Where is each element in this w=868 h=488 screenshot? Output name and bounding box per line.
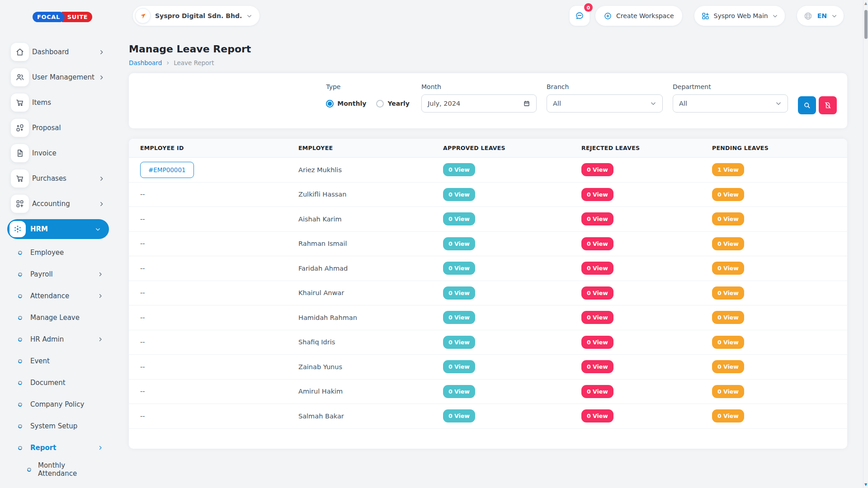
rejected-leaves-badge[interactable]: 0 View [581, 409, 613, 422]
company-name: Syspro Digital Sdn. Bhd. [155, 12, 242, 19]
create-workspace-button[interactable]: Create Workspace [595, 6, 682, 26]
scroll-down-arrow[interactable]: ▼ [863, 483, 868, 487]
approved-leaves-badge[interactable]: 0 View [443, 409, 475, 422]
sidebar-item-label: HRM [30, 225, 48, 233]
approved-leaves-badge[interactable]: 0 View [443, 385, 475, 398]
sidebar-item-report[interactable]: Report [0, 437, 115, 459]
sidebar-item-event[interactable]: Event [0, 350, 115, 372]
approved-leaves-badge[interactable]: 0 View [443, 188, 475, 201]
rejected-leaves-badge[interactable]: 0 View [581, 188, 613, 201]
globe-icon [803, 11, 813, 21]
users-icon [11, 68, 29, 86]
sidebar-item-company-policy[interactable]: Company Policy [0, 394, 115, 415]
sidebar-item-dashboard[interactable]: Dashboard [0, 39, 115, 65]
rejected-leaves-badge[interactable]: 0 View [581, 336, 613, 349]
pending-leaves-badge[interactable]: 0 View [712, 212, 744, 225]
page-title: Manage Leave Report [129, 43, 847, 55]
approved-leaves-badge[interactable]: 0 View [443, 237, 475, 250]
pending-leaves-badge[interactable]: 1 View [712, 163, 744, 176]
workspace-selector[interactable]: Syspro Web Main [694, 6, 785, 26]
rejected-leaves-badge[interactable]: 0 View [581, 311, 613, 324]
language-selector[interactable]: EN [797, 6, 844, 26]
sidebar-item-invoice[interactable]: Invoice [0, 141, 115, 166]
approved-leaves-badge[interactable]: 0 View [443, 336, 475, 349]
employee-id-text: -- [140, 388, 145, 395]
sidebar-item-label: Manage Leave [30, 314, 80, 322]
sidebar-item-monthly-attendance[interactable]: Monthly Attendance [0, 459, 115, 480]
sidebar-item-label: Document [30, 379, 66, 387]
rejected-leaves-badge[interactable]: 0 View [581, 385, 613, 398]
sidebar-item-items[interactable]: Items [0, 90, 115, 115]
column-header: APPROVED LEAVES [443, 145, 581, 151]
chevron-right-icon [98, 293, 103, 299]
sidebar-item-employee[interactable]: Employee [0, 242, 115, 263]
rejected-leaves-badge[interactable]: 0 View [581, 286, 613, 300]
pending-leaves-badge[interactable]: 0 View [712, 336, 744, 349]
radio-monthly[interactable]: Monthly [326, 100, 366, 108]
rejected-leaves-badge[interactable]: 0 View [581, 163, 613, 176]
scroll-up-arrow[interactable]: ▲ [863, 1, 868, 5]
pending-leaves-badge[interactable]: 0 View [712, 262, 744, 275]
scrollbar[interactable]: ▲ ▼ [863, 0, 868, 488]
page-content: Manage Leave Report Dashboard › Leave Re… [115, 32, 868, 449]
sidebar-item-label: Company Policy [30, 400, 84, 408]
sidebar-item-accounting[interactable]: Accounting [0, 191, 115, 216]
scrollbar-thumb[interactable] [864, 10, 868, 39]
plus-circle-icon [604, 12, 612, 20]
branch-select[interactable]: All [547, 94, 663, 113]
sidebar-item-label: Event [30, 357, 50, 365]
pending-leaves-badge[interactable]: 0 View [712, 237, 744, 250]
employee-id-text: -- [140, 413, 145, 420]
type-label: Type [326, 83, 410, 90]
approved-leaves-badge[interactable]: 0 View [443, 212, 475, 225]
breadcrumb-dashboard-link[interactable]: Dashboard [129, 59, 162, 66]
department-label: Department [673, 83, 788, 90]
employee-name: Salmah Bakar [298, 413, 443, 420]
sidebar-item-document[interactable]: Document [0, 372, 115, 394]
messages-button[interactable]: 0 [570, 6, 590, 26]
rejected-leaves-badge[interactable]: 0 View [581, 237, 613, 250]
workspace-name: Syspro Web Main [714, 12, 768, 19]
sidebar-item-hrm[interactable]: HRM [7, 219, 109, 239]
cart-icon [11, 94, 29, 112]
table-row: -- Khairul Anwar 0 View 0 View 0 View [129, 281, 847, 306]
reset-filter-button[interactable] [819, 96, 837, 114]
radio-dot [376, 100, 384, 108]
sidebar-item-hr-admin[interactable]: HR Admin [0, 328, 115, 350]
department-select[interactable]: All [673, 94, 788, 113]
sidebar-item-purchases[interactable]: Purchases [0, 166, 115, 191]
employee-id-button[interactable]: #EMP00001 [140, 162, 194, 178]
sidebar-item-proposal[interactable]: Proposal [0, 115, 115, 141]
chevron-down-icon [831, 13, 837, 19]
sidebar-item-user-management[interactable]: User Management [0, 65, 115, 90]
sidebar-item-system-setup[interactable]: System Setup [0, 415, 115, 437]
approved-leaves-badge[interactable]: 0 View [443, 163, 475, 176]
pending-leaves-badge[interactable]: 0 View [712, 286, 744, 300]
rejected-leaves-badge[interactable]: 0 View [581, 360, 613, 373]
pending-leaves-badge[interactable]: 0 View [712, 311, 744, 324]
sidebar-item-attendance[interactable]: Attendance [0, 285, 115, 307]
brand-logo[interactable]: FOCALSUITE [33, 12, 115, 22]
rejected-leaves-badge[interactable]: 0 View [581, 212, 613, 225]
pending-leaves-badge[interactable]: 0 View [712, 188, 744, 201]
sidebar-item-payroll[interactable]: Payroll [0, 263, 115, 285]
table-row: -- Hamidah Rahman 0 View 0 View 0 View [129, 305, 847, 330]
company-selector[interactable]: Syspro Digital Sdn. Bhd. [133, 6, 259, 26]
approved-leaves-badge[interactable]: 0 View [443, 286, 475, 300]
sidebar-item-label: User Management [32, 73, 94, 81]
pending-leaves-badge[interactable]: 0 View [712, 409, 744, 422]
sidebar-item-manage-leave[interactable]: Manage Leave [0, 307, 115, 328]
search-button[interactable] [798, 96, 816, 114]
pending-leaves-badge[interactable]: 0 View [712, 360, 744, 373]
approved-leaves-badge[interactable]: 0 View [443, 360, 475, 373]
bullet-icon [18, 403, 22, 407]
approved-leaves-badge[interactable]: 0 View [443, 311, 475, 324]
chevron-right-icon [98, 272, 103, 277]
employee-name: Hamidah Rahman [298, 314, 443, 321]
month-input[interactable]: July, 2024 [421, 94, 537, 113]
pending-leaves-badge[interactable]: 0 View [712, 385, 744, 398]
radio-yearly[interactable]: Yearly [376, 100, 410, 108]
rejected-leaves-badge[interactable]: 0 View [581, 262, 613, 275]
approved-leaves-badge[interactable]: 0 View [443, 262, 475, 275]
bullet-icon [18, 359, 22, 363]
